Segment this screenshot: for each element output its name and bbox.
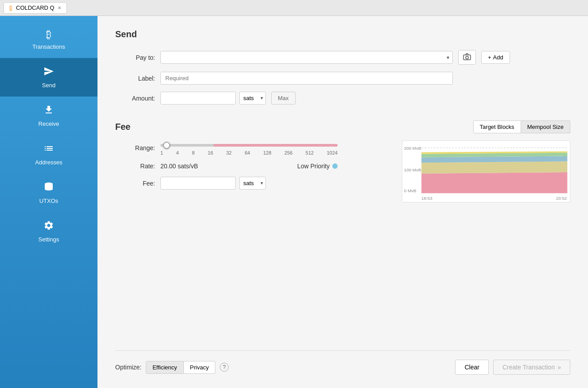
label-row: Label: — [115, 72, 570, 85]
main-layout: ₿ Transactions Send Receive — [0, 16, 588, 388]
sidebar-label-utxos: UTXOs — [39, 198, 58, 204]
add-button[interactable]: + Target Blocks Add — [481, 51, 510, 64]
send-icon — [43, 66, 54, 79]
fee-content: Range: 1 4 8 16 32 64 128 256 — [115, 140, 570, 202]
help-button[interactable]: ? — [220, 363, 229, 372]
priority-wrapper: Low Priority — [297, 163, 338, 170]
svg-text:20:52: 20:52 — [556, 196, 567, 201]
unit-wrapper: sats BTC ▾ — [239, 92, 266, 105]
tick-64: 64 — [245, 150, 250, 155]
sidebar-item-settings[interactable]: Settings — [0, 212, 97, 251]
rate-row: Rate: 20.00 sats/vB Low Priority — [115, 163, 389, 170]
fee-buttons: Target Blocks Mempool Size — [473, 120, 570, 133]
svg-text:18:53: 18:53 — [421, 196, 432, 201]
privacy-button[interactable]: Privacy — [184, 361, 216, 374]
help-icon: ? — [223, 364, 226, 370]
label-input[interactable] — [160, 72, 453, 85]
fee-unit-wrapper: sats BTC ▾ — [239, 177, 266, 190]
fee-input-row: Fee: sats BTC ▾ — [115, 177, 389, 190]
tick-16: 16 — [208, 150, 213, 155]
tab-close-button[interactable]: × — [58, 5, 61, 11]
create-arrow-icon: » — [557, 364, 561, 371]
range-row: Range: 1 4 8 16 32 64 128 256 — [115, 140, 389, 155]
sidebar-item-utxos[interactable]: UTXOs — [0, 174, 97, 212]
max-button[interactable]: Max — [271, 92, 296, 105]
amount-input[interactable] — [160, 92, 236, 105]
plus-icon: + — [488, 54, 491, 61]
optimize-label: Optimize: — [115, 364, 141, 371]
fee-title: Fee — [115, 122, 130, 132]
svg-marker-7 — [421, 172, 567, 193]
pay-to-wrapper: ▾ — [160, 51, 453, 64]
optimize-buttons: Efficiency Privacy — [146, 361, 215, 374]
sidebar-label-addresses: Addresses — [35, 159, 62, 166]
tick-128: 128 — [263, 150, 271, 155]
svg-text:200 MvB: 200 MvB — [404, 146, 421, 151]
range-label: Range: — [115, 144, 155, 151]
amount-unit-select[interactable]: sats BTC — [239, 92, 266, 105]
mempool-size-button[interactable]: Mempool Size — [521, 120, 570, 133]
label-input-wrapper — [160, 72, 453, 85]
tick-4: 4 — [176, 150, 179, 155]
sidebar-label-transactions: Transactions — [32, 43, 65, 50]
addresses-icon — [43, 143, 54, 156]
label-label: Label: — [115, 75, 155, 82]
fee-section: Fee Target Blocks Mempool Size Range: 1 — [115, 120, 570, 202]
pay-to-row: Pay to: ▾ + Target Blocks Add — [115, 50, 570, 65]
bitcoin-tab-icon: ₿ — [9, 4, 12, 12]
pay-to-input[interactable] — [160, 51, 453, 64]
amount-label: Amount: — [115, 95, 155, 102]
sidebar-label-settings: Settings — [39, 236, 59, 243]
rate-value: 20.00 sats/vB — [160, 163, 198, 170]
sidebar-item-addresses[interactable]: Addresses — [0, 135, 97, 174]
target-blocks-button[interactable]: Target Blocks — [473, 120, 521, 133]
tab-label: COLDCARD Q — [16, 4, 55, 11]
efficiency-button[interactable]: Efficiency — [146, 361, 183, 374]
sidebar-item-transactions[interactable]: ₿ Transactions — [0, 20, 97, 58]
camera-icon — [463, 53, 471, 62]
create-transaction-button[interactable]: Create Transaction » — [493, 360, 570, 375]
svg-point-2 — [466, 56, 468, 59]
fee-left: Range: 1 4 8 16 32 64 128 256 — [115, 140, 389, 202]
create-label: Create Transaction — [502, 364, 555, 371]
optimize-section: Optimize: Efficiency Privacy ? — [115, 361, 229, 374]
priority-label: Low Priority — [297, 163, 330, 170]
fee-input[interactable] — [160, 177, 236, 190]
transactions-icon: ₿ — [46, 28, 51, 41]
tick-1: 1 — [160, 150, 163, 155]
slider-wrapper: 1 4 8 16 32 64 128 256 512 1024 — [160, 140, 338, 155]
fee-unit-select[interactable]: sats BTC — [239, 177, 266, 190]
tick-256: 256 — [284, 150, 292, 155]
rate-label: Rate: — [115, 163, 155, 170]
content-area: Send Pay to: ▾ + Target Blocks — [97, 16, 588, 388]
tick-32: 32 — [226, 150, 232, 155]
sidebar-label-receive: Receive — [39, 120, 59, 127]
bottom-bar: Optimize: Efficiency Privacy ? Clear Cre… — [115, 350, 570, 375]
sidebar: ₿ Transactions Send Receive — [0, 16, 97, 388]
fee-amount-wrapper: sats BTC ▾ — [160, 177, 266, 190]
sidebar-label-send: Send — [42, 82, 55, 89]
tick-1024: 1024 — [327, 150, 337, 155]
send-title: Send — [115, 29, 570, 39]
tick-512: 512 — [306, 150, 314, 155]
svg-text:0 MvB: 0 MvB — [404, 188, 417, 193]
sidebar-item-receive[interactable]: Receive — [0, 97, 97, 135]
rate-value-row: 20.00 sats/vB Low Priority — [160, 163, 338, 170]
app-tab[interactable]: ₿ COLDCARD Q × — [4, 2, 67, 14]
receive-icon — [43, 105, 54, 118]
clear-button[interactable]: Clear — [455, 360, 488, 375]
tick-8: 8 — [192, 150, 195, 155]
settings-icon — [43, 220, 54, 233]
chart-svg: 200 MvB 100 MvB 0 MvB — [402, 141, 570, 202]
svg-text:100 MvB: 100 MvB — [404, 167, 421, 172]
amount-wrapper: sats BTC ▾ — [160, 92, 266, 105]
fee-header: Fee Target Blocks Mempool Size — [115, 120, 570, 133]
svg-marker-8 — [421, 161, 567, 174]
sidebar-item-send[interactable]: Send — [0, 58, 97, 97]
amount-row: Amount: sats BTC ▾ Max — [115, 92, 570, 105]
fee-range-slider[interactable] — [160, 144, 338, 147]
titlebar: ₿ COLDCARD Q × — [0, 0, 588, 16]
priority-dot — [332, 163, 338, 169]
utxos-icon — [43, 182, 54, 195]
camera-button[interactable] — [458, 50, 476, 65]
